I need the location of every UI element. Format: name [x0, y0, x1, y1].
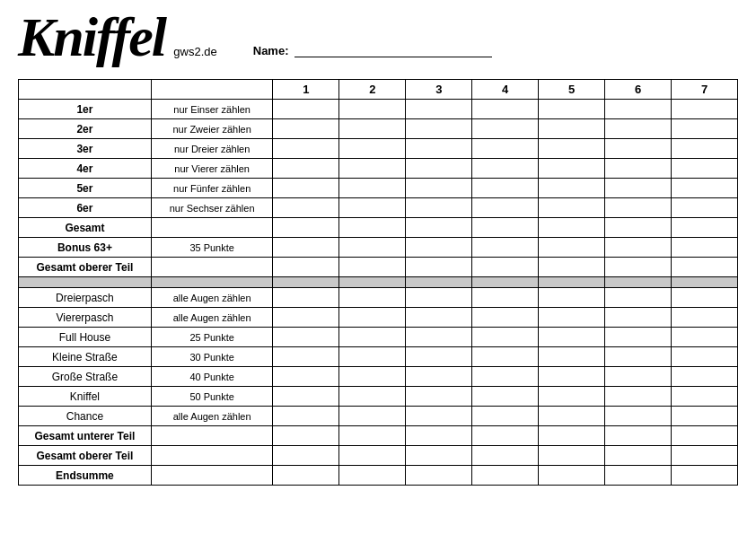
score-cell[interactable]: [605, 387, 672, 407]
score-cell[interactable]: [339, 100, 406, 119]
score-cell[interactable]: [605, 347, 672, 367]
score-cell[interactable]: [672, 367, 738, 387]
score-cell[interactable]: [339, 198, 406, 218]
score-cell[interactable]: [472, 218, 539, 238]
score-cell[interactable]: [339, 446, 406, 466]
score-cell[interactable]: [406, 218, 472, 238]
score-cell[interactable]: [472, 238, 539, 258]
score-cell[interactable]: [672, 407, 738, 426]
score-cell[interactable]: [273, 426, 339, 446]
score-cell[interactable]: [273, 139, 339, 159]
score-cell[interactable]: [605, 288, 672, 308]
score-cell[interactable]: [406, 446, 472, 466]
score-cell[interactable]: [605, 100, 672, 119]
score-cell[interactable]: [339, 179, 406, 198]
score-cell[interactable]: [539, 238, 605, 258]
score-cell[interactable]: [406, 119, 472, 139]
score-cell[interactable]: [472, 387, 539, 407]
score-cell[interactable]: [672, 218, 738, 238]
score-cell[interactable]: [539, 288, 605, 308]
score-cell[interactable]: [273, 100, 339, 119]
score-cell[interactable]: [605, 446, 672, 466]
score-cell[interactable]: [472, 466, 539, 486]
score-cell[interactable]: [539, 466, 605, 486]
score-cell[interactable]: [406, 179, 472, 198]
score-cell[interactable]: [472, 426, 539, 446]
score-cell[interactable]: [472, 179, 539, 198]
score-cell[interactable]: [672, 426, 738, 446]
score-cell[interactable]: [539, 328, 605, 347]
score-cell[interactable]: [472, 198, 539, 218]
score-cell[interactable]: [339, 308, 406, 328]
score-cell[interactable]: [273, 328, 339, 347]
score-cell[interactable]: [339, 159, 406, 179]
score-cell[interactable]: [472, 258, 539, 277]
score-cell[interactable]: [539, 218, 605, 238]
score-cell[interactable]: [406, 139, 472, 159]
score-cell[interactable]: [339, 139, 406, 159]
score-cell[interactable]: [472, 119, 539, 139]
score-cell[interactable]: [605, 238, 672, 258]
score-cell[interactable]: [672, 139, 738, 159]
score-cell[interactable]: [605, 466, 672, 486]
score-cell[interactable]: [273, 387, 339, 407]
score-cell[interactable]: [406, 288, 472, 308]
score-cell[interactable]: [273, 367, 339, 387]
score-cell[interactable]: [672, 179, 738, 198]
score-cell[interactable]: [406, 407, 472, 426]
score-cell[interactable]: [273, 218, 339, 238]
score-cell[interactable]: [672, 198, 738, 218]
score-cell[interactable]: [339, 387, 406, 407]
score-cell[interactable]: [472, 139, 539, 159]
score-cell[interactable]: [539, 387, 605, 407]
score-cell[interactable]: [406, 238, 472, 258]
score-cell[interactable]: [273, 288, 339, 308]
score-cell[interactable]: [273, 308, 339, 328]
score-cell[interactable]: [339, 119, 406, 139]
score-cell[interactable]: [539, 426, 605, 446]
score-cell[interactable]: [672, 288, 738, 308]
score-cell[interactable]: [339, 218, 406, 238]
score-cell[interactable]: [273, 347, 339, 367]
score-cell[interactable]: [472, 288, 539, 308]
score-cell[interactable]: [339, 367, 406, 387]
score-cell[interactable]: [406, 466, 472, 486]
score-cell[interactable]: [605, 139, 672, 159]
score-cell[interactable]: [339, 258, 406, 277]
score-cell[interactable]: [605, 426, 672, 446]
name-input-line[interactable]: [294, 43, 492, 57]
score-cell[interactable]: [406, 100, 472, 119]
score-cell[interactable]: [672, 328, 738, 347]
score-cell[interactable]: [539, 347, 605, 367]
score-cell[interactable]: [472, 347, 539, 367]
score-cell[interactable]: [605, 179, 672, 198]
score-cell[interactable]: [472, 100, 539, 119]
score-cell[interactable]: [539, 119, 605, 139]
score-cell[interactable]: [672, 100, 738, 119]
score-cell[interactable]: [539, 258, 605, 277]
score-cell[interactable]: [605, 198, 672, 218]
score-cell[interactable]: [672, 308, 738, 328]
score-cell[interactable]: [339, 238, 406, 258]
score-cell[interactable]: [339, 407, 406, 426]
score-cell[interactable]: [339, 466, 406, 486]
score-cell[interactable]: [672, 347, 738, 367]
score-cell[interactable]: [406, 258, 472, 277]
score-cell[interactable]: [339, 426, 406, 446]
score-cell[interactable]: [672, 258, 738, 277]
score-cell[interactable]: [672, 387, 738, 407]
score-cell[interactable]: [406, 387, 472, 407]
score-cell[interactable]: [406, 159, 472, 179]
score-cell[interactable]: [539, 198, 605, 218]
score-cell[interactable]: [406, 347, 472, 367]
score-cell[interactable]: [273, 258, 339, 277]
score-cell[interactable]: [406, 328, 472, 347]
score-cell[interactable]: [539, 407, 605, 426]
score-cell[interactable]: [273, 119, 339, 139]
score-cell[interactable]: [406, 367, 472, 387]
score-cell[interactable]: [472, 308, 539, 328]
score-cell[interactable]: [539, 367, 605, 387]
score-cell[interactable]: [605, 218, 672, 238]
score-cell[interactable]: [672, 119, 738, 139]
score-cell[interactable]: [672, 238, 738, 258]
